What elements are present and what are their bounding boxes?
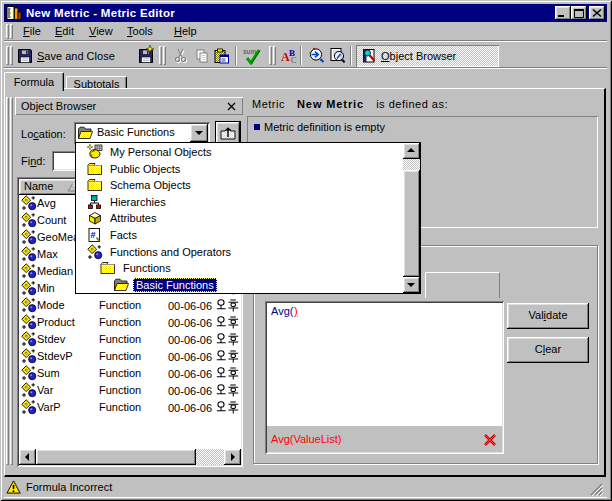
paste-icon bbox=[213, 48, 229, 64]
formula-editor: Avg( ) Avg(ValueList) bbox=[265, 301, 504, 454]
menubar-grip[interactable] bbox=[6, 24, 9, 39]
location-tree: My Personal Objects Public Objects Schem… bbox=[76, 143, 402, 293]
tab-formula[interactable]: Formula bbox=[4, 72, 64, 91]
scroll-down-button[interactable] bbox=[403, 277, 420, 293]
list-cell-name: Var bbox=[37, 384, 53, 396]
scroll-up-button[interactable] bbox=[403, 143, 420, 159]
window-title: New Metric - Metric Editor bbox=[26, 7, 175, 19]
arrow-down-icon bbox=[407, 283, 415, 287]
tree-item[interactable]: Facts bbox=[76, 227, 402, 244]
korean-pm-glyph bbox=[216, 384, 239, 397]
menu-view[interactable]: View bbox=[89, 25, 113, 37]
cut-icon bbox=[173, 48, 189, 64]
toolbar-grip[interactable] bbox=[159, 46, 162, 65]
folder-up-icon bbox=[220, 125, 236, 141]
folder-closed-icon bbox=[87, 161, 103, 177]
toolbar-grip[interactable] bbox=[10, 46, 13, 65]
pane-grip[interactable] bbox=[10, 97, 13, 465]
list-cell-name: StdevP bbox=[37, 350, 72, 362]
list-cell-type: Function bbox=[99, 367, 141, 379]
location-dropdown-list: My Personal Objects Public Objects Schem… bbox=[75, 142, 421, 294]
tree-item[interactable]: Functions and Operators bbox=[76, 244, 402, 261]
toolbar-grip[interactable] bbox=[163, 46, 166, 65]
list-item[interactable]: Mode Function 00-06-06 bbox=[19, 297, 241, 314]
list-cell-modified: 00-06-06 bbox=[168, 299, 239, 312]
hscroll-thumb[interactable] bbox=[36, 449, 196, 465]
menu-tools[interactable]: Tools bbox=[127, 25, 153, 37]
location-label: Location: bbox=[21, 128, 66, 140]
list-item[interactable]: Product Function 00-06-06 bbox=[19, 314, 241, 331]
list-item[interactable]: VarP Function 00-06-06 bbox=[19, 399, 241, 416]
object-browser-toggle-button[interactable]: Object Browser bbox=[356, 45, 499, 67]
definition-subtab[interactable] bbox=[425, 272, 500, 298]
function-icon bbox=[21, 246, 37, 262]
tree-item[interactable]: Public Objects bbox=[76, 161, 402, 178]
resize-grip[interactable] bbox=[590, 483, 603, 496]
toolbar-separator bbox=[350, 46, 352, 65]
maximize-button[interactable] bbox=[571, 6, 587, 20]
arrow-right-icon bbox=[231, 453, 235, 461]
function-icon bbox=[21, 229, 37, 245]
toolbar-grip[interactable] bbox=[269, 46, 272, 65]
toolbar-grip[interactable] bbox=[6, 46, 9, 65]
scroll-right-button[interactable] bbox=[224, 449, 241, 465]
list-item[interactable]: StdevP Function 00-06-06 bbox=[19, 348, 241, 365]
menubar-grip[interactable] bbox=[10, 24, 13, 39]
tree-item[interactable]: Hierarchies bbox=[76, 194, 402, 211]
toolbar-grip[interactable] bbox=[273, 46, 276, 65]
location-combobox[interactable]: Basic Functions bbox=[74, 122, 210, 144]
object-browser-toggle-label: Object Browser bbox=[381, 50, 456, 62]
menu-file[interactable]: File bbox=[23, 25, 41, 37]
list-cell-type: Function bbox=[99, 384, 141, 396]
vscroll-thumb[interactable] bbox=[403, 170, 420, 277]
tree-item[interactable]: Functions bbox=[76, 260, 402, 277]
minimize-icon bbox=[555, 6, 571, 20]
find-icon bbox=[308, 47, 325, 64]
save-button[interactable] bbox=[134, 45, 158, 67]
find-label: Find: bbox=[21, 155, 46, 167]
function-icon bbox=[21, 365, 37, 381]
tree-item[interactable]: Basic Functions bbox=[76, 277, 402, 293]
up-one-level-button[interactable] bbox=[216, 122, 240, 144]
hierarchy-icon bbox=[87, 194, 103, 210]
statusbar-bottom-highlight bbox=[4, 497, 607, 499]
validate-toolbar-button[interactable] bbox=[240, 45, 264, 67]
maximize-icon bbox=[571, 6, 587, 20]
save-and-close-button[interactable]: Save and Close bbox=[15, 45, 133, 67]
clear-button[interactable]: Clear bbox=[507, 337, 589, 363]
pane-grip[interactable] bbox=[6, 97, 9, 465]
tree-item-label: Facts bbox=[107, 228, 140, 242]
status-bar: Formula Incorrect bbox=[4, 477, 607, 497]
list-cell-name: VarP bbox=[37, 401, 61, 413]
print-preview-button[interactable] bbox=[326, 45, 348, 67]
validate-button[interactable]: Validate bbox=[507, 303, 589, 329]
tree-item[interactable]: Schema Objects bbox=[76, 177, 402, 194]
print-preview-icon bbox=[329, 47, 346, 64]
list-item[interactable]: Sum Function 00-06-06 bbox=[19, 365, 241, 382]
list-item[interactable]: Var Function 00-06-06 bbox=[19, 382, 241, 399]
close-icon bbox=[589, 6, 605, 20]
tree-item[interactable]: Attributes bbox=[76, 210, 402, 227]
rename-button[interactable] bbox=[279, 45, 301, 67]
menu-edit[interactable]: Edit bbox=[55, 25, 74, 37]
pane-close-icon[interactable] bbox=[227, 102, 236, 111]
close-button[interactable] bbox=[589, 6, 605, 20]
save-as-star bbox=[146, 45, 154, 53]
tree-item[interactable]: My Personal Objects bbox=[76, 144, 402, 161]
paste-button[interactable] bbox=[210, 45, 232, 67]
scroll-left-button[interactable] bbox=[19, 449, 36, 465]
arrow-left-icon bbox=[25, 453, 29, 461]
cut-button[interactable] bbox=[170, 45, 192, 67]
vscroll-track[interactable] bbox=[403, 159, 420, 170]
formula-input[interactable]: Avg( ) bbox=[267, 303, 502, 426]
list-header-name-label: Name bbox=[24, 180, 53, 192]
menu-help[interactable]: Help bbox=[174, 25, 197, 37]
location-dropdown-button[interactable] bbox=[190, 124, 208, 142]
list-item[interactable]: Stdev Function 00-06-06 bbox=[19, 331, 241, 348]
function-icon bbox=[87, 244, 103, 260]
minimize-button[interactable] bbox=[555, 6, 571, 20]
tree-item-label: Schema Objects bbox=[107, 178, 194, 192]
find-button[interactable] bbox=[305, 45, 327, 67]
function-icon bbox=[21, 314, 37, 330]
menu-bar: File Edit View Tools Help bbox=[4, 22, 607, 42]
